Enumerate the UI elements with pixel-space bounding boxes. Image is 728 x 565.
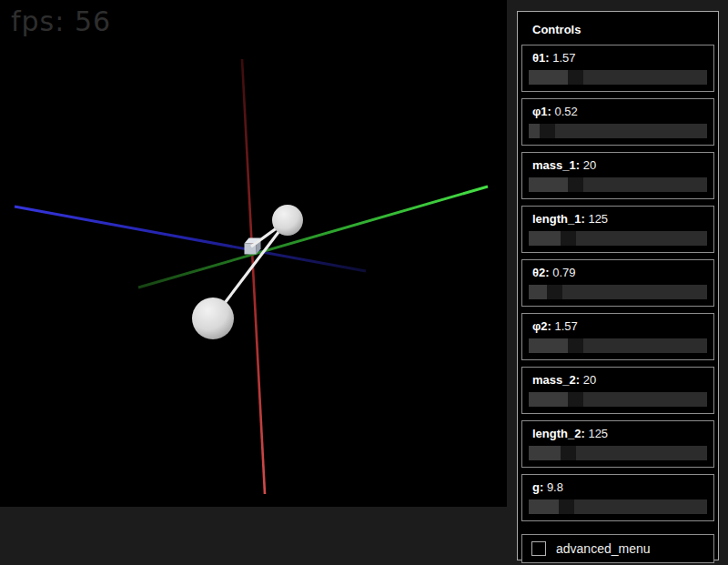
slider-label: mass_1: 20 bbox=[529, 158, 707, 173]
slider-fill bbox=[529, 231, 561, 246]
slider-label: length_1: 125 bbox=[529, 212, 707, 227]
slider-theta1: θ1: 1.57 bbox=[521, 45, 714, 92]
slider-track[interactable] bbox=[529, 338, 707, 353]
slider-name: θ2: bbox=[532, 266, 552, 279]
slider-value: 1.57 bbox=[552, 51, 575, 65]
slider-name: θ1: bbox=[532, 51, 552, 65]
slider-length_1: length_1: 125 bbox=[521, 206, 714, 253]
page-top-border bbox=[0, 0, 728, 3]
slider-handle[interactable] bbox=[568, 177, 583, 192]
fps-counter: fps: 56 bbox=[11, 5, 111, 37]
advanced-menu-checkbox[interactable] bbox=[531, 541, 546, 556]
slider-handle[interactable] bbox=[568, 338, 583, 353]
slider-name: φ2: bbox=[532, 319, 554, 333]
slider-handle[interactable] bbox=[559, 499, 574, 514]
slider-fill bbox=[529, 338, 568, 353]
slider-value: 125 bbox=[588, 427, 608, 440]
advanced-menu-row[interactable]: advanced_menu bbox=[521, 534, 714, 563]
z-axis-line bbox=[15, 207, 366, 271]
simulation-canvas[interactable]: fps: 56 bbox=[0, 0, 507, 507]
slider-label: θ2: 0.79 bbox=[529, 266, 707, 280]
slider-label: g: 9.8 bbox=[529, 480, 707, 495]
slider-track[interactable] bbox=[529, 392, 707, 407]
slider-track[interactable] bbox=[529, 499, 707, 514]
slider-handle[interactable] bbox=[561, 446, 576, 460]
slider-theta2: θ2: 0.79 bbox=[521, 259, 714, 307]
slider-fill bbox=[529, 285, 547, 299]
slider-handle[interactable] bbox=[568, 392, 583, 407]
slider-phi2: φ2: 1.57 bbox=[521, 313, 714, 360]
slider-value: 20 bbox=[583, 373, 596, 387]
slider-track[interactable] bbox=[529, 177, 707, 192]
slider-track[interactable] bbox=[529, 446, 707, 460]
slider-value: 125 bbox=[588, 212, 608, 226]
slider-label: φ1: 0.52 bbox=[529, 105, 707, 119]
y-axis-line bbox=[138, 187, 488, 288]
pendulum-scene bbox=[0, 0, 507, 507]
slider-name: mass_2: bbox=[532, 373, 583, 387]
slider-handle[interactable] bbox=[540, 124, 555, 138]
slider-handle[interactable] bbox=[568, 70, 583, 85]
slider-track[interactable] bbox=[529, 231, 707, 246]
app-root: fps: 56 Controls θ1: 1.57 φ1: 0.52 mass_… bbox=[0, 0, 728, 565]
slider-label: θ1: 1.57 bbox=[529, 51, 707, 66]
slider-length_2: length_2: 125 bbox=[521, 420, 714, 468]
slider-value: 0.79 bbox=[552, 266, 575, 279]
slider-value: 9.8 bbox=[547, 480, 563, 494]
sliders-list: θ1: 1.57 φ1: 0.52 mass_1: 20 length_1: 1… bbox=[521, 45, 714, 521]
advanced-menu-label: advanced_menu bbox=[556, 541, 651, 556]
slider-g: g: 9.8 bbox=[521, 474, 714, 521]
slider-label: length_2: 125 bbox=[529, 427, 707, 441]
slider-handle[interactable] bbox=[561, 231, 576, 246]
slider-name: length_2: bbox=[532, 427, 588, 440]
slider-fill bbox=[529, 177, 568, 192]
slider-track[interactable] bbox=[529, 124, 707, 138]
slider-value: 20 bbox=[583, 158, 596, 172]
slider-name: φ1: bbox=[532, 105, 554, 118]
slider-mass_2: mass_2: 20 bbox=[521, 367, 714, 414]
slider-mass_1: mass_1: 20 bbox=[521, 152, 714, 199]
slider-track[interactable] bbox=[529, 285, 707, 299]
slider-name: mass_1: bbox=[532, 158, 583, 172]
controls-title: Controls bbox=[521, 15, 714, 45]
pendulum-bob-2 bbox=[192, 298, 234, 339]
slider-fill bbox=[529, 446, 561, 460]
slider-name: length_1: bbox=[532, 212, 588, 226]
slider-fill bbox=[529, 70, 568, 85]
slider-name: g: bbox=[532, 480, 547, 494]
controls-panel: Controls θ1: 1.57 φ1: 0.52 mass_1: 20 le… bbox=[517, 11, 719, 560]
slider-label: φ2: 1.57 bbox=[529, 319, 707, 334]
slider-phi1: φ1: 0.52 bbox=[521, 98, 714, 146]
slider-fill bbox=[529, 124, 540, 138]
slider-track[interactable] bbox=[529, 70, 707, 85]
pendulum-bob-1 bbox=[272, 205, 303, 236]
slider-fill bbox=[529, 392, 568, 407]
slider-handle[interactable] bbox=[547, 285, 562, 299]
slider-fill bbox=[529, 499, 559, 514]
slider-value: 0.52 bbox=[554, 105, 577, 118]
slider-value: 1.57 bbox=[554, 319, 577, 333]
slider-label: mass_2: 20 bbox=[529, 373, 707, 388]
